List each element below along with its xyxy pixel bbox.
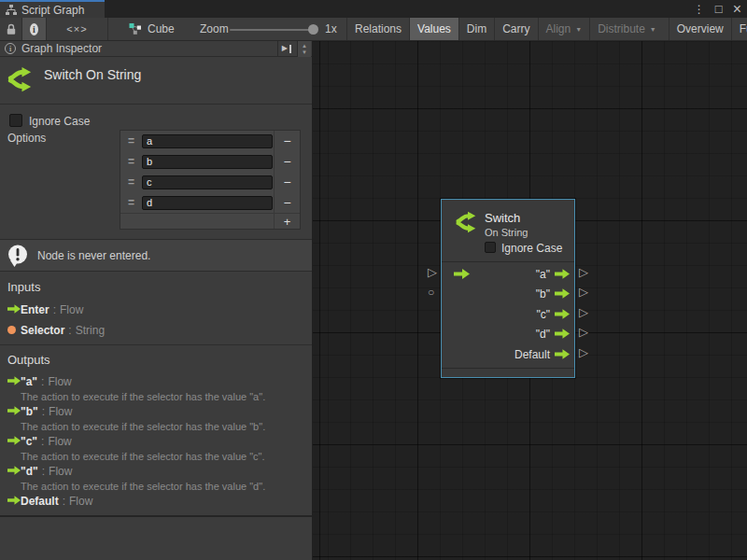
window-controls: ⋮ □ × [694,0,741,18]
node-header: Switch On String Ignore Case [442,200,574,262]
dock-sidebar-button[interactable]: ▶ [277,41,295,56]
lock-button[interactable] [0,18,21,40]
remove-option-button[interactable]: − [274,192,300,213]
input-port-row: Enter : Flow [0,303,312,316]
tab-bar: Script Graph ⋮ □ × [0,0,747,18]
input-port-row: Selector : String [0,324,312,337]
add-option-button[interactable]: + [274,214,300,229]
flow-arrow-icon [0,465,21,475]
switch-on-string-node[interactable]: Switch On String Ignore Case "a" "b" [441,199,575,378]
remove-option-button[interactable]: − [274,131,300,151]
option-row: = − [120,151,300,172]
option-row: = − [120,192,300,213]
graph-owner-button[interactable]: Cube [107,18,187,40]
output-connect-triangle-icon[interactable]: ▷ [579,346,588,358]
dim-button[interactable]: Dim [458,18,494,40]
input-connect-triangle-icon[interactable]: ▷ [428,266,437,278]
options-list: = − = − = − = − [120,130,301,230]
switch-unit-icon [454,211,476,236]
option-input-0[interactable] [142,134,273,148]
tab-script-graph[interactable]: Script Graph [0,0,105,18]
inputs-section: Inputs Enter : Flow Selector : String [0,272,312,345]
drag-handle-icon[interactable]: = [120,155,142,168]
graph-canvas[interactable]: ▷ ○ ▷ ▷ ▷ ▷ ▷ Switch On String Ignore Ca… [313,41,747,560]
unity-visual-scripting-window: Script Graph ⋮ □ × i <×> Cube Zoom [0,0,747,560]
ignore-case-label: Ignore Case [29,115,90,128]
spin-down-icon[interactable]: ▼ [302,49,307,56]
flow-arrow-icon [0,405,21,415]
flow-arrow-icon [555,288,570,299]
output-connect-triangle-icon[interactable]: ▷ [579,306,588,318]
zoom-slider-handle[interactable] [308,24,318,35]
drag-handle-icon[interactable]: = [120,175,142,189]
output-port[interactable]: "b" [536,287,570,300]
flow-arrow-icon [0,435,21,445]
drag-handle-icon[interactable]: = [120,196,142,209]
output-connect-triangle-icon[interactable]: ▷ [579,266,588,278]
panel-scroll-spinner[interactable]: ▲ ▼ [297,41,311,57]
distribute-button[interactable]: Distribute ▼ [589,18,664,40]
options-list-footer: + [120,213,300,229]
ignore-case-checkbox[interactable] [485,242,496,253]
dock-icon-bar [289,45,291,53]
close-icon[interactable]: × [733,2,741,17]
option-input-1[interactable] [142,155,273,169]
remove-option-button[interactable]: − [274,172,300,192]
options-label: Options [7,132,46,145]
relations-button[interactable]: Relations [346,18,409,40]
node-title: Switch [485,211,520,225]
node-subtitle: On String [485,227,528,238]
flow-arrow-icon [0,303,21,314]
option-row: = − [120,131,300,151]
unit-title: Switch On String [44,67,141,82]
flow-arrow-icon [555,349,570,359]
graph-inspector-panel: i Graph Inspector ▶ ▲ ▼ Switch On String… [0,41,313,560]
node-footer [442,368,574,377]
output-port[interactable]: "a" [536,268,570,280]
input-connect-circle-icon[interactable]: ○ [428,287,434,298]
spin-up-icon[interactable]: ▲ [302,43,307,49]
unit-header: Switch On String [0,57,312,105]
overview-button[interactable]: Overview [669,18,731,40]
zoom-slider-track[interactable] [230,29,316,31]
outputs-section: Outputs "a":Flow The action to execute i… [0,345,312,517]
switch-unit-icon [6,66,32,95]
inputs-heading: Inputs [7,280,40,294]
cube-graph-icon [129,22,142,35]
script-graph-icon [6,5,17,16]
more-options-icon[interactable]: ⋮ [694,4,705,15]
port-description: The action to execute if the selector ha… [21,421,265,432]
ignore-case-label: Ignore Case [501,242,562,255]
enter-port-icon[interactable] [454,269,470,282]
output-port-row: "b":Flow The action to execute if the se… [0,405,312,432]
warning-box: Node is never entered. [0,239,312,272]
output-connect-triangle-icon[interactable]: ▷ [579,286,588,298]
output-port[interactable]: "c" [536,308,570,320]
align-button[interactable]: Align ▼ [538,18,590,40]
drag-handle-icon[interactable]: = [120,134,142,147]
zoom-value: 1x [325,18,337,40]
option-input-3[interactable] [142,196,273,210]
flow-arrow-icon [555,269,570,279]
graph-toolbar: i <×> Cube Zoom 1x Relations Values Dim … [0,18,747,41]
values-button[interactable]: Values [409,18,458,40]
carry-button[interactable]: Carry [494,18,537,40]
full-screen-button[interactable]: Full Screen [731,18,747,40]
warning-text: Node is never entered. [37,249,150,262]
lock-icon [6,23,17,35]
inspector-toggle-button[interactable]: i [21,18,46,40]
output-port-row: "a":Flow The action to execute if the se… [0,375,312,402]
option-input-2[interactable] [142,175,273,189]
edit-source-button[interactable]: <×> [46,18,107,40]
toolbar-toggles: Relations Values Dim Carry Align ▼ Distr… [346,18,747,40]
output-port[interactable]: "d" [536,328,570,340]
maximize-icon[interactable]: □ [715,3,723,15]
remove-option-button[interactable]: − [274,151,300,172]
graph-owner-label: Cube [148,22,175,35]
inspector-title: Graph Inspector [21,42,102,55]
output-port[interactable]: Default [514,348,570,360]
output-connect-triangle-icon[interactable]: ▷ [579,326,588,338]
ignore-case-checkbox[interactable] [9,114,22,127]
zoom-label: Zoom [200,18,229,40]
info-icon: i [30,23,38,35]
